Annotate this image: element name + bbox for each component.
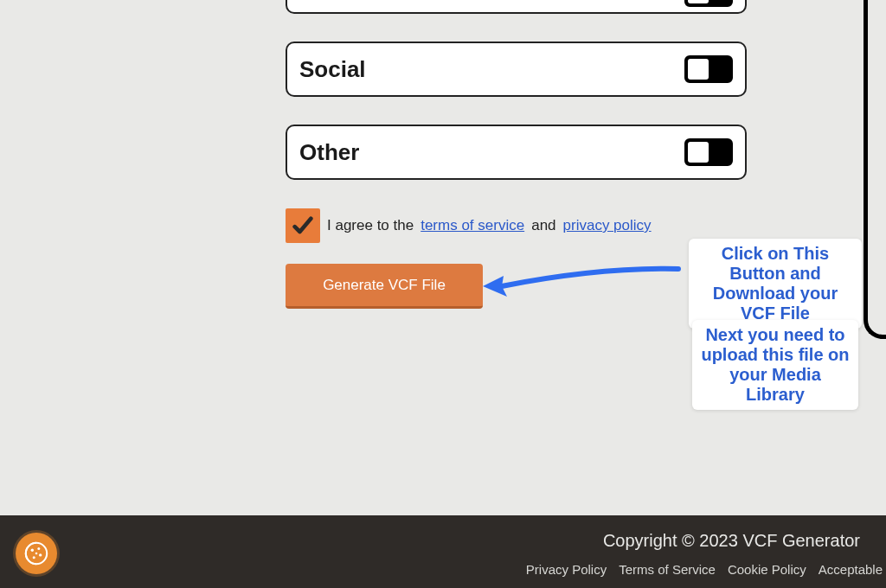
callout-upload: Next you need to upload this file on you… <box>692 320 858 410</box>
copyright-text: Copyright © 2023 VCF Generator <box>603 531 860 551</box>
agree-and: and <box>531 217 555 234</box>
privacy-policy-link[interactable]: privacy policy <box>563 217 652 234</box>
agree-prefix: I agree to the <box>327 217 414 234</box>
svg-point-5 <box>35 553 38 555</box>
accordion-card-other[interactable]: Other <box>286 125 747 180</box>
cookie-icon <box>23 540 49 566</box>
footer-link-acceptable[interactable]: Acceptable <box>819 562 883 577</box>
svg-point-2 <box>37 547 40 550</box>
footer-links: Privacy Policy Terms of Service Cookie P… <box>526 562 886 577</box>
svg-point-4 <box>33 556 35 559</box>
annotation-arrow <box>478 257 684 305</box>
callout-download: Click on This Button and Download your V… <box>689 239 862 329</box>
footer-link-privacy[interactable]: Privacy Policy <box>526 562 607 577</box>
svg-point-1 <box>31 549 34 552</box>
accordion-card-top[interactable] <box>286 0 747 14</box>
agree-row: I agree to the terms of service and priv… <box>286 208 652 243</box>
cookie-settings-button[interactable] <box>16 533 57 574</box>
toggle-switch[interactable] <box>684 0 733 7</box>
svg-point-3 <box>39 553 42 556</box>
footer-link-cookie[interactable]: Cookie Policy <box>728 562 806 577</box>
toggle-social[interactable] <box>684 55 733 83</box>
terms-of-service-link[interactable]: terms of service <box>421 217 524 234</box>
footer-link-terms[interactable]: Terms of Service <box>619 562 716 577</box>
toggle-other[interactable] <box>684 138 733 166</box>
agree-checkbox[interactable] <box>286 208 320 243</box>
accordion-card-social[interactable]: Social <box>286 42 747 97</box>
generate-vcf-button[interactable]: Generate VCF File <box>286 264 483 309</box>
device-frame-edge <box>864 0 886 339</box>
footer: Copyright © 2023 VCF Generator Privacy P… <box>0 515 886 588</box>
accordion-label-social: Social <box>299 56 366 83</box>
accordion-label-other: Other <box>299 139 359 166</box>
checkmark-icon <box>291 214 315 238</box>
